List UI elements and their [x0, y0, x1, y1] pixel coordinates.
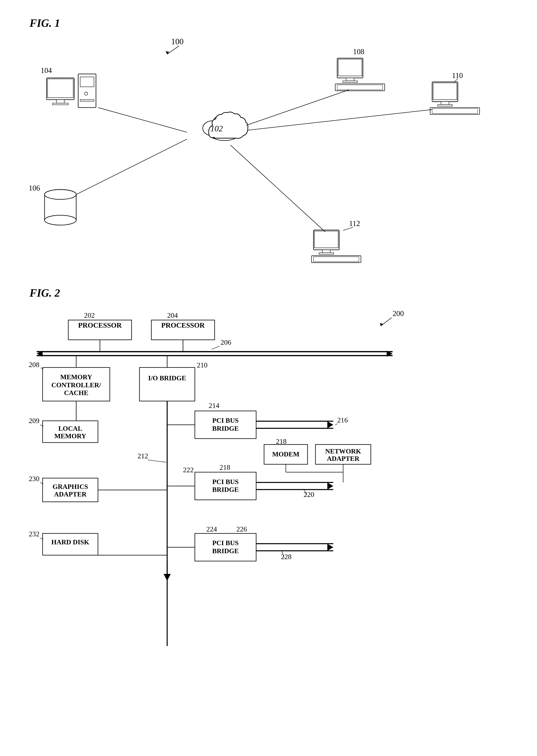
svg-rect-106: [315, 445, 371, 465]
svg-text:106: 106: [29, 184, 40, 192]
svg-rect-38: [437, 104, 452, 106]
svg-rect-32: [335, 84, 385, 91]
svg-text:228: 228: [281, 553, 292, 561]
svg-text:206: 206: [221, 338, 231, 346]
svg-rect-129: [195, 533, 256, 561]
svg-rect-22: [45, 194, 76, 220]
svg-rect-33: [337, 85, 383, 90]
svg-rect-59: [68, 320, 132, 340]
svg-text:218: 218: [276, 437, 287, 445]
svg-rect-31: [343, 81, 357, 82]
svg-point-3: [213, 114, 236, 132]
svg-text:MEMORY: MEMORY: [54, 433, 86, 440]
svg-text:BRIDGE: BRIDGE: [212, 486, 239, 493]
svg-point-8: [203, 121, 222, 135]
svg-marker-69: [37, 351, 43, 357]
svg-point-4: [203, 121, 223, 136]
svg-rect-44: [314, 231, 338, 248]
svg-text:PCI BUS: PCI BUS: [212, 478, 239, 485]
svg-rect-79: [140, 367, 195, 401]
svg-line-53: [246, 90, 349, 126]
svg-text:102: 102: [210, 124, 223, 133]
svg-text:232: 232: [29, 530, 39, 538]
svg-text:204: 204: [167, 311, 178, 319]
svg-rect-30: [346, 78, 354, 81]
svg-rect-36: [433, 83, 457, 100]
svg-rect-84: [43, 421, 98, 442]
svg-rect-48: [313, 257, 359, 262]
svg-rect-123: [43, 478, 98, 502]
svg-line-91: [148, 460, 166, 462]
svg-text:CACHE: CACHE: [64, 389, 88, 397]
svg-text:MODEM: MODEM: [272, 450, 299, 458]
svg-text:112: 112: [349, 219, 360, 228]
svg-rect-103: [264, 445, 308, 465]
svg-rect-29: [338, 59, 362, 76]
fig1-svg: 100 102: [17, 13, 520, 329]
svg-rect-35: [432, 82, 458, 102]
svg-point-10: [209, 124, 240, 140]
svg-line-51: [98, 107, 187, 132]
svg-text:I/O BRIDGE: I/O BRIDGE: [148, 374, 186, 382]
svg-text:110: 110: [452, 71, 463, 80]
svg-rect-73: [43, 367, 110, 401]
svg-point-9: [227, 121, 246, 135]
svg-text:108: 108: [353, 48, 364, 56]
svg-line-1: [167, 46, 179, 54]
svg-text:PROCESSOR: PROCESSOR: [78, 321, 122, 329]
svg-text:216: 216: [337, 416, 348, 424]
svg-text:NETWORK: NETWORK: [325, 448, 361, 455]
svg-text:220: 220: [304, 491, 314, 498]
svg-rect-15: [53, 103, 68, 105]
svg-marker-2: [166, 51, 169, 54]
svg-marker-58: [380, 323, 383, 326]
svg-point-26: [45, 190, 76, 200]
svg-text:CONTROLLER/: CONTROLLER/: [51, 381, 101, 389]
svg-rect-47: [311, 256, 361, 263]
svg-line-143: [40, 538, 43, 539]
svg-line-54: [247, 109, 432, 130]
svg-rect-140: [43, 533, 98, 555]
svg-text:LOCAL: LOCAL: [58, 425, 82, 432]
svg-text:208: 208: [29, 361, 39, 368]
fig2-svg: 200 PROCESSOR 202 PROCESSOR 204 206: [17, 287, 520, 687]
svg-point-7: [213, 115, 236, 132]
svg-marker-146: [164, 574, 171, 581]
svg-text:224: 224: [206, 525, 217, 533]
svg-text:GRAPHICS: GRAPHICS: [53, 483, 88, 490]
svg-text:HARD DISK: HARD DISK: [51, 539, 89, 546]
svg-line-55: [230, 145, 325, 232]
svg-line-50: [343, 227, 353, 230]
svg-text:209: 209: [29, 417, 39, 425]
svg-text:202: 202: [84, 311, 95, 319]
svg-rect-109: [195, 472, 256, 500]
svg-point-25: [45, 215, 76, 225]
svg-line-127: [40, 482, 43, 484]
svg-rect-12: [47, 78, 74, 100]
svg-text:ADAPTER: ADAPTER: [327, 455, 359, 462]
svg-marker-117: [327, 482, 333, 490]
svg-rect-13: [48, 79, 73, 97]
svg-text:214: 214: [209, 401, 220, 409]
fig1-label: FIG. 1: [29, 17, 60, 29]
svg-marker-70: [387, 351, 392, 357]
svg-point-5: [227, 121, 246, 136]
svg-line-78: [41, 368, 43, 369]
svg-line-57: [381, 318, 392, 326]
svg-line-139: [282, 551, 284, 558]
svg-rect-14: [56, 100, 64, 103]
svg-marker-100: [327, 421, 333, 428]
svg-rect-16: [78, 74, 96, 107]
svg-line-119: [304, 489, 307, 495]
svg-line-66: [212, 346, 220, 349]
svg-text:ADAPTER: ADAPTER: [54, 491, 87, 498]
fig2-diagram: FIG. 2 200 PROCESSOR 202 PROCESSOR 204 2…: [17, 287, 520, 687]
svg-text:100: 100: [171, 37, 184, 46]
svg-text:210: 210: [197, 361, 208, 369]
svg-rect-46: [319, 253, 334, 254]
svg-line-88: [40, 425, 44, 426]
svg-text:200: 200: [393, 309, 404, 318]
svg-rect-39: [430, 107, 479, 114]
svg-point-21: [45, 190, 76, 200]
svg-rect-40: [432, 109, 478, 113]
